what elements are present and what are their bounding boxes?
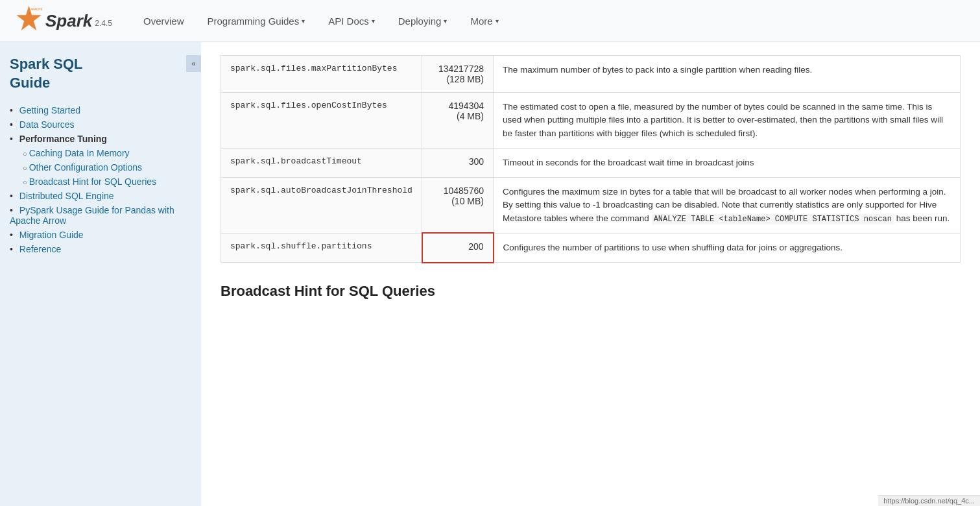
- sidebar-navigation: • Getting Started • Data Sources • Perfo…: [10, 105, 191, 254]
- highlighted-default-cell: 200: [422, 233, 494, 262]
- sidebar-link-broadcast-hint[interactable]: Broadcast Hint for SQL Queries: [29, 176, 156, 187]
- table-row: spark.sql.broadcastTimeout 300 Timeout i…: [221, 148, 961, 177]
- chevron-down-icon: ▾: [372, 18, 375, 25]
- chevron-down-icon: ▾: [496, 18, 499, 25]
- logo-text: Spark: [45, 11, 92, 31]
- table-row: spark.sql.autoBroadcastJoinThreshold 104…: [221, 178, 961, 234]
- sidebar-item-data-sources: • Data Sources: [10, 119, 191, 130]
- sidebar-link-reference[interactable]: Reference: [19, 244, 62, 254]
- description-cell: The estimated cost to open a file, measu…: [494, 93, 961, 149]
- sidebar-item-reference: • Reference: [10, 244, 191, 254]
- nav-deploying[interactable]: Deploying ▾: [387, 0, 459, 42]
- sidebar-item-getting-started: • Getting Started: [10, 105, 191, 115]
- sidebar-item-broadcast-hint: Broadcast Hint for SQL Queries: [23, 176, 191, 187]
- sidebar-link-distributed-sql[interactable]: Distributed SQL Engine: [19, 191, 114, 201]
- status-bar: https://blog.csdn.net/qq_4c...: [878, 495, 980, 506]
- spark-logo-icon: APACHE: [13, 5, 45, 37]
- sidebar-link-getting-started[interactable]: Getting Started: [19, 105, 80, 115]
- sidebar-link-pyspark[interactable]: PySpark Usage Guide for Pandas with Apac…: [10, 205, 174, 226]
- table-row: spark.sql.files.openCostInBytes 4194304(…: [221, 93, 961, 149]
- property-cell: spark.sql.files.openCostInBytes: [221, 93, 422, 149]
- sidebar-item-caching: Caching Data In Memory: [23, 148, 191, 158]
- nav-links: Overview Programming Guides ▾ API Docs ▾…: [132, 0, 510, 42]
- description-cell: Configures the number of partitions to u…: [494, 233, 961, 262]
- default-cell: 4194304(4 MB): [422, 93, 494, 149]
- chevron-down-icon: ▾: [302, 18, 305, 25]
- description-cell: Configures the maximum size in bytes for…: [494, 178, 961, 234]
- nav-api-docs[interactable]: API Docs ▾: [317, 0, 387, 42]
- sidebar-link-migration-guide[interactable]: Migration Guide: [19, 230, 84, 240]
- default-cell: 300: [422, 148, 494, 177]
- sidebar-link-other-config[interactable]: Other Configuration Options: [29, 162, 142, 173]
- sidebar-link-data-sources[interactable]: Data Sources: [19, 119, 75, 130]
- sidebar-collapse-button[interactable]: «: [186, 55, 201, 72]
- sidebar-link-caching[interactable]: Caching Data In Memory: [29, 148, 130, 158]
- section-heading: Broadcast Hint for SQL Queries: [221, 283, 961, 300]
- nav-programming-guides[interactable]: Programming Guides ▾: [195, 0, 317, 42]
- version-text: 2.4.5: [95, 19, 112, 28]
- description-cell: The maximum number of bytes to pack into…: [494, 56, 961, 93]
- sidebar-item-other-config: Other Configuration Options: [23, 162, 191, 173]
- sidebar-item-performance-tuning: • Performance Tuning Caching Data In Mem…: [10, 134, 191, 187]
- default-cell: 134217728(128 MB): [422, 56, 494, 93]
- default-cell: 10485760(10 MB): [422, 178, 494, 234]
- svg-text:APACHE: APACHE: [30, 8, 42, 11]
- nav-overview[interactable]: Overview: [132, 0, 196, 42]
- sidebar-sub-navigation: Caching Data In Memory Other Configurati…: [23, 148, 191, 187]
- configuration-table: spark.sql.files.maxPartitionBytes 134217…: [221, 55, 961, 263]
- table-row: spark.sql.files.maxPartitionBytes 134217…: [221, 56, 961, 93]
- table-row: spark.sql.shuffle.partitions 200 Configu…: [221, 233, 961, 262]
- page-wrapper: Spark SQL Guide « • Getting Started • Da…: [0, 42, 980, 506]
- chevron-down-icon: ▾: [444, 18, 447, 25]
- logo-area: APACHE Spark 2.4.5: [13, 5, 112, 37]
- sidebar-active-label: Performance Tuning: [19, 134, 107, 144]
- sidebar: Spark SQL Guide « • Getting Started • Da…: [0, 42, 201, 506]
- property-cell: spark.sql.files.maxPartitionBytes: [221, 56, 422, 93]
- sidebar-item-migration-guide: • Migration Guide: [10, 230, 191, 240]
- property-cell: spark.sql.autoBroadcastJoinThreshold: [221, 178, 422, 234]
- sidebar-item-pyspark: • PySpark Usage Guide for Pandas with Ap…: [10, 205, 191, 226]
- sidebar-item-distributed-sql: • Distributed SQL Engine: [10, 191, 191, 201]
- description-cell: Timeout in seconds for the broadcast wai…: [494, 148, 961, 177]
- sidebar-title: Spark SQL Guide: [10, 55, 191, 92]
- property-cell: spark.sql.shuffle.partitions: [221, 233, 422, 262]
- top-navigation: APACHE Spark 2.4.5 Overview Programming …: [0, 0, 980, 42]
- main-content: spark.sql.files.maxPartitionBytes 134217…: [201, 42, 980, 506]
- property-cell: spark.sql.broadcastTimeout: [221, 148, 422, 177]
- nav-more[interactable]: More ▾: [459, 0, 510, 42]
